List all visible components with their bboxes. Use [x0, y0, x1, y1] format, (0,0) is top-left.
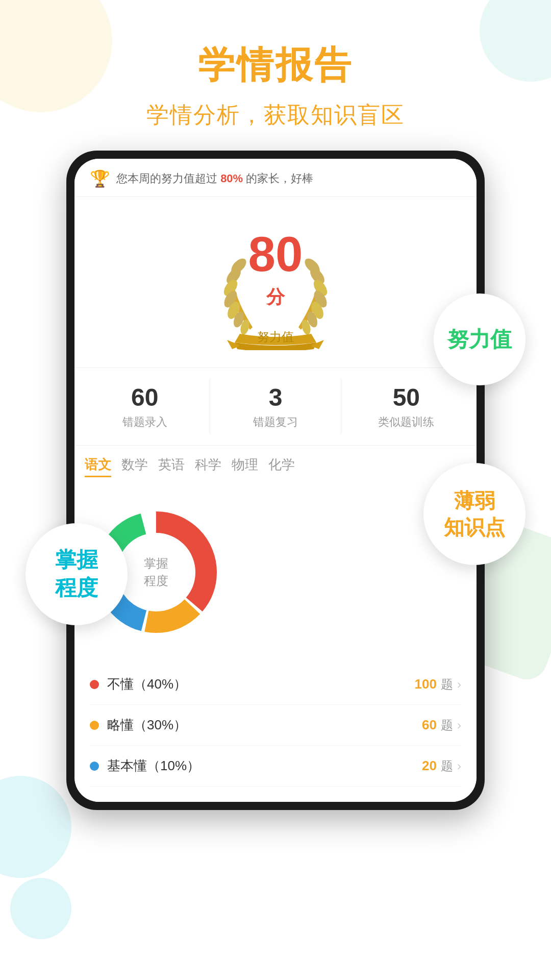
- tab-shuxue[interactable]: 数学: [121, 454, 148, 477]
- badge-nuli: 努力值: [434, 293, 525, 385]
- bg-decor-bottomleft: [0, 776, 71, 878]
- legend-arrow-0: ›: [457, 677, 461, 692]
- stat-item-0: 60 错题录入: [80, 378, 210, 435]
- stat-label-0: 错题录入: [85, 414, 205, 430]
- badge-ruodian: 薄弱知识点: [423, 463, 525, 565]
- score-ribbon-label: 努力值: [257, 329, 294, 345]
- legend-item-2[interactable]: 基本懂（10%） 20 题 ›: [90, 746, 461, 787]
- stat-label-1: 错题复习: [215, 414, 335, 430]
- legend-label-2: 基本懂（10%）: [107, 757, 422, 775]
- badge-zhangwo: 掌握程度: [26, 523, 128, 625]
- badge-zhangwo-text: 掌握程度: [55, 546, 98, 602]
- tab-wuli[interactable]: 物理: [232, 454, 258, 477]
- legend-unit-2: 题: [441, 758, 453, 774]
- trophy-icon: 🏆: [90, 169, 110, 188]
- legend-dot-1: [90, 721, 99, 730]
- phone-mockup: 努力值 掌握程度 薄弱知识点 🏆 您本周的努力值超过 80% 的家长，好棒: [66, 151, 485, 810]
- phone-outer: 🏆 您本周的努力值超过 80% 的家长，好棒: [66, 151, 485, 810]
- subject-tabs: 语文 数学 英语 科学 物理 化学: [74, 445, 477, 485]
- legend-arrow-1: ›: [457, 718, 461, 732]
- stat-number-0: 60: [85, 383, 205, 411]
- legend-count-2: 20: [422, 758, 437, 774]
- legend-count-1: 60: [422, 717, 437, 733]
- percent-highlight: 80%: [220, 172, 243, 185]
- legend-item-1[interactable]: 略懂（30%） 60 题 ›: [90, 705, 461, 746]
- legend-count-0: 100: [415, 676, 437, 692]
- legend-unit-1: 题: [441, 717, 453, 733]
- tab-yingyu[interactable]: 英语: [158, 454, 185, 477]
- chart-section: 掌握程度: [74, 485, 477, 659]
- legend-label-0: 不懂（40%）: [107, 675, 415, 693]
- page-subtitle: 学情分析，获取知识盲区: [0, 100, 551, 130]
- score-section: 80分 努力值: [74, 197, 477, 368]
- legend-unit-0: 题: [441, 676, 453, 693]
- score-unit: 分: [266, 286, 285, 307]
- bg-decor-bottomleft2: [10, 878, 71, 939]
- score-display: 80分: [240, 230, 311, 328]
- legend-dot-2: [90, 762, 99, 771]
- legend-arrow-2: ›: [457, 759, 461, 773]
- phone-screen: 🏆 您本周的努力值超过 80% 的家长，好棒: [74, 159, 477, 802]
- badge-nuli-text: 努力值: [447, 327, 512, 352]
- donut-center-label: 掌握程度: [144, 555, 168, 589]
- stat-number-1: 3: [215, 383, 335, 411]
- legend-label-1: 略懂（30%）: [107, 716, 422, 734]
- legend-dot-0: [90, 680, 99, 689]
- tab-yuwen[interactable]: 语文: [85, 454, 111, 477]
- legend-item-0[interactable]: 不懂（40%） 100 题 ›: [90, 664, 461, 705]
- stats-row: 60 错题录入 3 错题复习 50 类似题训练: [74, 368, 477, 445]
- stat-item-1: 3 错题复习: [210, 378, 341, 435]
- page-title: 学情报告: [0, 41, 551, 90]
- stat-label-2: 类似题训练: [346, 414, 466, 430]
- score-number: 80分: [248, 227, 303, 330]
- stat-item-2: 50 类似题训练: [341, 378, 471, 435]
- header-section: 学情报告 学情分析，获取知识盲区: [0, 0, 551, 151]
- tab-kexue[interactable]: 科学: [195, 454, 221, 477]
- notification-bar: 🏆 您本周的努力值超过 80% 的家长，好棒: [74, 159, 477, 197]
- notification-text: 您本周的努力值超过 80% 的家长，好棒: [116, 171, 461, 186]
- stat-number-2: 50: [346, 383, 466, 411]
- tab-huaxue[interactable]: 化学: [268, 454, 295, 477]
- legend-section: 不懂（40%） 100 题 › 略懂（30%） 60 题 › 基本懂（10%） …: [74, 659, 477, 802]
- laurel-container: 80分 努力值: [204, 217, 347, 350]
- badge-ruodian-text: 薄弱知识点: [444, 487, 505, 541]
